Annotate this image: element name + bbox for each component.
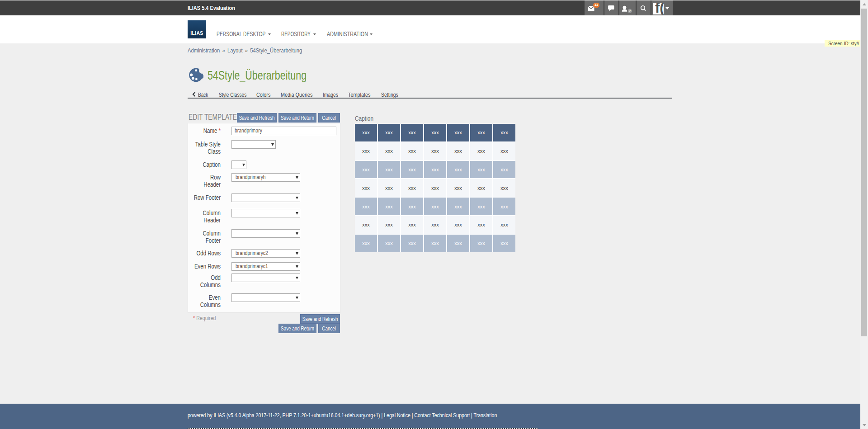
svg-text:2: 2 bbox=[629, 9, 631, 13]
